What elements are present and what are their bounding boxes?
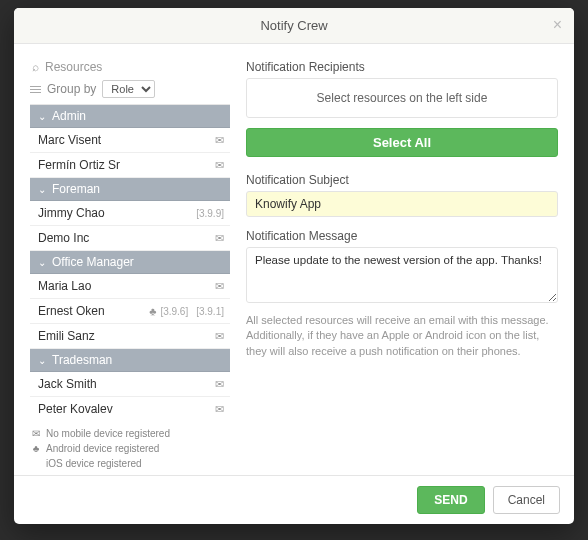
message-textarea[interactable] xyxy=(246,247,558,303)
subject-label: Notification Subject xyxy=(246,173,558,187)
device-badges: ✉ xyxy=(215,330,224,343)
hamburger-icon xyxy=(30,84,41,95)
resource-name: Peter Kovalev xyxy=(38,402,113,416)
modal-title: Notify Crew xyxy=(260,18,327,33)
resource-name: Demo Inc xyxy=(38,231,89,245)
help-text: All selected resources will receive an e… xyxy=(246,313,558,359)
resource-row[interactable]: Marc Visent✉ xyxy=(30,128,230,153)
modal-header: Notify Crew × xyxy=(14,8,574,44)
group-header[interactable]: ⌄Office Manager xyxy=(30,251,230,274)
resource-row[interactable]: Fermín Ortiz Sr✉ xyxy=(30,153,230,178)
group-header[interactable]: ⌄Admin xyxy=(30,105,230,128)
device-badges: ♣[3.9.6][3.9.1] xyxy=(149,305,224,317)
device-badges: ✉ xyxy=(215,159,224,172)
resource-row[interactable]: Demo Inc✉ xyxy=(30,226,230,251)
search-placeholder: Resources xyxy=(45,60,102,74)
mail-icon: ✉ xyxy=(215,330,224,343)
select-all-button[interactable]: Select All xyxy=(246,128,558,157)
resource-row[interactable]: Maria Lao✉ xyxy=(30,274,230,299)
legend-android: Android device registered xyxy=(46,441,159,456)
recipients-label: Notification Recipients xyxy=(246,60,558,74)
device-badges: ✉ xyxy=(215,403,224,416)
device-badges: ✉ xyxy=(215,134,224,147)
group-name: Tradesman xyxy=(52,353,112,367)
search-icon: ⌕ xyxy=(32,60,39,74)
close-button[interactable]: × xyxy=(553,16,562,34)
group-name: Office Manager xyxy=(52,255,134,269)
resources-panel: ⌕ Resources Group by Role ⌄AdminMarc Vis… xyxy=(30,58,230,471)
resource-row[interactable]: Emili Sanz✉ xyxy=(30,324,230,349)
notification-form: Notification Recipients Select resources… xyxy=(246,58,558,471)
chevron-down-icon: ⌄ xyxy=(38,184,46,195)
resource-row[interactable]: Jack Smith✉ xyxy=(30,372,230,397)
mail-icon: ✉ xyxy=(30,426,42,441)
group-header[interactable]: ⌄Foreman xyxy=(30,178,230,201)
resource-name: Jimmy Chao xyxy=(38,206,105,220)
device-legend: ✉No mobile device registered ♣Android de… xyxy=(30,426,230,471)
mail-icon: ✉ xyxy=(215,134,224,147)
chevron-down-icon: ⌄ xyxy=(38,111,46,122)
message-label: Notification Message xyxy=(246,229,558,243)
resource-row[interactable]: Peter Kovalev✉ xyxy=(30,397,230,418)
group-name: Admin xyxy=(52,109,86,123)
group-by-label: Group by xyxy=(47,82,96,96)
resource-list: ⌄AdminMarc Visent✉Fermín Ortiz Sr✉⌄Forem… xyxy=(30,104,230,418)
version-badge: [3.9.6] xyxy=(160,306,188,317)
version-badge: [3.9.9] xyxy=(196,208,224,219)
modal-footer: SEND Cancel xyxy=(14,475,574,524)
device-badges: ✉ xyxy=(215,232,224,245)
version-badge: [3.9.1] xyxy=(196,306,224,317)
mail-icon: ✉ xyxy=(215,280,224,293)
send-button[interactable]: SEND xyxy=(417,486,484,514)
resource-row[interactable]: Ernest Oken♣[3.9.6][3.9.1] xyxy=(30,299,230,324)
cancel-button[interactable]: Cancel xyxy=(493,486,560,514)
resource-row[interactable]: Jimmy Chao[3.9.9] xyxy=(30,201,230,226)
device-badges: ✉ xyxy=(215,378,224,391)
resource-name: Marc Visent xyxy=(38,133,101,147)
legend-mail: No mobile device registered xyxy=(46,426,170,441)
recipients-box: Select resources on the left side xyxy=(246,78,558,118)
device-badges: [3.9.9] xyxy=(192,208,224,219)
subject-input[interactable] xyxy=(246,191,558,217)
group-by-row: Group by Role xyxy=(30,78,230,104)
mail-icon: ✉ xyxy=(215,159,224,172)
mail-icon: ✉ xyxy=(215,403,224,416)
resource-name: Jack Smith xyxy=(38,377,97,391)
notify-crew-modal: Notify Crew × ⌕ Resources Group by Role … xyxy=(14,8,574,524)
resource-name: Maria Lao xyxy=(38,279,91,293)
group-name: Foreman xyxy=(52,182,100,196)
mail-icon: ✉ xyxy=(215,378,224,391)
legend-ios: iOS device registered xyxy=(46,456,142,471)
modal-body: ⌕ Resources Group by Role ⌄AdminMarc Vis… xyxy=(14,44,574,475)
android-icon: ♣ xyxy=(30,441,42,456)
resource-name: Emili Sanz xyxy=(38,329,95,343)
resource-name: Ernest Oken xyxy=(38,304,105,318)
chevron-down-icon: ⌄ xyxy=(38,257,46,268)
resource-name: Fermín Ortiz Sr xyxy=(38,158,120,172)
device-badges: ✉ xyxy=(215,280,224,293)
group-header[interactable]: ⌄Tradesman xyxy=(30,349,230,372)
android-icon: ♣ xyxy=(149,305,156,317)
group-by-select[interactable]: Role xyxy=(102,80,155,98)
chevron-down-icon: ⌄ xyxy=(38,355,46,366)
mail-icon: ✉ xyxy=(215,232,224,245)
resource-search[interactable]: ⌕ Resources xyxy=(30,58,230,78)
